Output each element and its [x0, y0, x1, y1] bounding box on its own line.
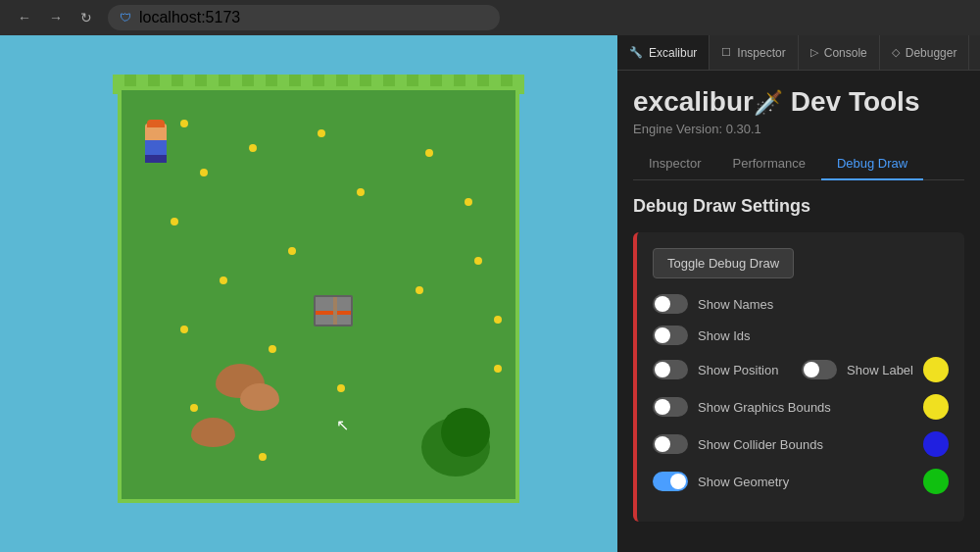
toggle-knob	[670, 474, 686, 489]
sub-tab-bar: Inspector Performance Debug Draw	[633, 148, 964, 180]
flower	[494, 316, 502, 324]
setting-row-show-names: Show Names	[653, 294, 949, 314]
nav-buttons: ← → ↻	[12, 8, 98, 27]
devtools-content: excalibur🗡️ Dev Tools Engine Version: 0.…	[617, 71, 980, 552]
browser-chrome: ← → ↻ 🛡 localhost:5173	[0, 0, 980, 35]
toggle-show-geometry[interactable]	[653, 472, 688, 491]
graphics-bounds-color-swatch[interactable]	[923, 394, 949, 420]
tab-debugger[interactable]: ◇ Debugger	[880, 35, 970, 70]
flower	[220, 276, 227, 284]
player-body	[145, 140, 167, 155]
show-ids-label: Show Ids	[698, 328, 949, 343]
rock-3	[191, 418, 235, 447]
setting-row-show-collider-bounds: Show Collider Bounds	[653, 431, 949, 457]
debugger-tab-icon: ◇	[892, 46, 900, 59]
flower	[269, 345, 276, 353]
toggle-debug-draw-button[interactable]: Toggle Debug Draw	[653, 248, 794, 278]
inspector-tab-label: Inspector	[737, 46, 785, 60]
version-label: Engine Version: 0.30.1	[633, 122, 964, 136]
toggle-show-graphics-bounds[interactable]	[653, 397, 688, 417]
devtools-tab-bar: 🔧 Excalibur ☐ Inspector ▷ Console ◇ Debu…	[617, 35, 980, 71]
setting-row-show-position: Show Position Show Label	[653, 357, 949, 382]
rock-2	[240, 383, 279, 411]
player-hair	[147, 120, 165, 127]
address-bar[interactable]: 🛡 localhost:5173	[108, 5, 500, 30]
toggle-show-position[interactable]	[653, 360, 688, 379]
setting-row-show-ids: Show Ids	[653, 326, 949, 345]
setting-row-show-graphics-bounds: Show Graphics Bounds	[653, 394, 949, 420]
chest-band	[333, 297, 337, 325]
forward-button[interactable]: →	[43, 8, 69, 27]
devtools-panel: 🔧 Excalibur ☐ Inspector ▷ Console ◇ Debu…	[617, 35, 980, 552]
show-geometry-label: Show Geometry	[698, 475, 913, 489]
show-names-label: Show Names	[698, 297, 949, 312]
show-graphics-bounds-label: Show Graphics Bounds	[698, 400, 913, 415]
flower	[357, 188, 365, 196]
toggle-show-collider-bounds[interactable]	[653, 434, 688, 454]
tab-console[interactable]: ▷ Console	[799, 35, 880, 70]
tab-network[interactable]: ↕ Net…	[969, 35, 980, 70]
chest-object	[314, 295, 353, 326]
player-head	[145, 124, 167, 140]
sub-tab-inspector[interactable]: Inspector	[633, 148, 716, 180]
toggle-show-ids[interactable]	[653, 326, 688, 345]
section-title: Debug Draw Settings	[633, 196, 964, 217]
position-color-swatch[interactable]	[923, 357, 949, 382]
reload-button[interactable]: ↻	[74, 8, 98, 27]
tab-inspector[interactable]: ☐ Inspector	[710, 35, 798, 70]
flower	[416, 286, 423, 294]
flower	[200, 169, 208, 176]
back-button[interactable]: ←	[12, 8, 37, 27]
title-text: excalibur	[633, 86, 754, 117]
flower	[474, 257, 482, 265]
flower	[288, 247, 296, 255]
toggle-show-names[interactable]	[653, 294, 688, 314]
player-legs	[145, 155, 167, 163]
console-tab-label: Console	[824, 46, 867, 60]
app-title: excalibur🗡️ Dev Tools	[633, 86, 964, 118]
geometry-color-swatch[interactable]	[923, 469, 949, 494]
console-tab-icon: ▷	[810, 46, 818, 59]
flower	[337, 384, 345, 392]
excalibur-header: excalibur🗡️ Dev Tools Engine Version: 0.…	[633, 86, 964, 136]
show-collider-bounds-label: Show Collider Bounds	[698, 437, 913, 452]
excalibur-tab-label: Excalibur	[649, 46, 697, 60]
toggle-knob	[655, 327, 670, 343]
tab-excalibur[interactable]: 🔧 Excalibur	[617, 35, 710, 70]
excalibur-tab-icon: 🔧	[629, 46, 643, 59]
flower	[425, 149, 433, 157]
toggle-knob	[655, 436, 670, 452]
settings-card: Toggle Debug Draw Show Names Show Ids	[633, 232, 964, 522]
show-position-label: Show Position	[698, 363, 792, 377]
show-label-text: Show Label	[847, 363, 913, 377]
sub-tab-performance[interactable]: Performance	[716, 148, 820, 180]
toggle-knob	[655, 399, 670, 415]
player-character	[142, 124, 170, 163]
flower	[171, 218, 178, 226]
main-layout: ↖ 🔧 Excalibur ☐ Inspector ▷ Console ◇ De…	[0, 35, 980, 552]
toggle-show-label[interactable]	[802, 360, 837, 379]
setting-row-show-geometry: Show Geometry	[653, 469, 949, 494]
url-display: localhost:5173	[139, 9, 240, 26]
game-scene: ↖	[0, 35, 617, 552]
flower	[465, 198, 472, 206]
sub-tab-debug-draw[interactable]: Debug Draw	[821, 148, 923, 180]
flower	[318, 129, 325, 137]
sword-icon: 🗡️	[754, 89, 783, 116]
subtitle-text: Dev Tools	[791, 86, 920, 117]
flower	[494, 365, 502, 373]
collider-bounds-color-swatch[interactable]	[923, 431, 949, 457]
flower	[249, 144, 257, 152]
toggle-knob	[804, 362, 819, 377]
flower	[190, 404, 198, 412]
debugger-tab-label: Debugger	[906, 46, 957, 60]
game-viewport: ↖	[0, 35, 617, 552]
flower	[180, 120, 188, 127]
inspector-tab-icon: ☐	[721, 46, 731, 59]
security-icon: 🛡	[120, 11, 131, 25]
flower	[180, 326, 188, 333]
toggle-knob	[655, 362, 670, 377]
toggle-knob	[655, 296, 670, 312]
bush-2	[441, 408, 490, 457]
flower	[259, 453, 267, 461]
